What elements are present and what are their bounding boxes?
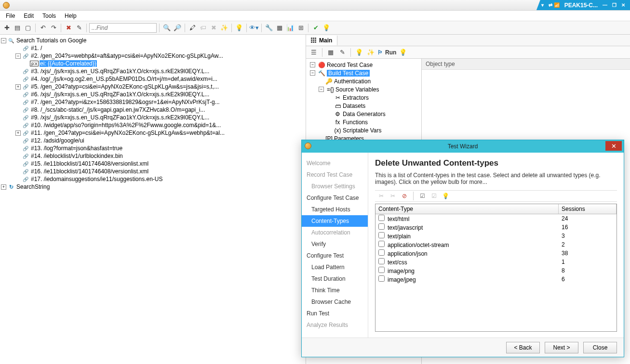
scissors-icon[interactable]: ✂ [389,193,397,199]
tree-item[interactable]: Functions [343,119,368,126]
close-button[interactable]: Close [583,342,617,353]
tree-item[interactable]: Scriptable Vars [343,127,381,134]
tree-item[interactable]: #4. /og/_/js/k=og.og2.en_US.p5bAEMP01Ds.… [30,76,218,82]
tree-item[interactable]: #14. /ieblocklist/v1/urlblockindex.bin [30,153,123,159]
tree-item[interactable]: #6. /xjs/_/js/k=xjs.s.en_US.qRrqZFao1kY.… [30,91,210,98]
zoom-in-icon[interactable]: 🔍 [162,23,172,33]
redo-icon[interactable]: ↷ [49,23,58,33]
wizard-nav-item[interactable]: Run Test [302,308,368,319]
menu-edit[interactable]: Edit [20,11,38,21]
tree-item[interactable]: #7. /gen_204?atyp=i&zx=1586338819829&ogs… [30,99,220,105]
tree-item[interactable]: #15. /ie11blocklist/1401746408/versionli… [30,160,149,167]
table-row[interactable]: text/css1 [375,258,617,266]
row-checkbox[interactable] [378,258,385,264]
bulb2-icon[interactable]: 💡 [322,23,331,33]
tree-item[interactable]: Authentication [334,78,371,85]
edit-icon[interactable]: ✎ [74,23,84,33]
tree-item[interactable]: #8. /_/scs/abc-static/_/js/k=gapi.gapi.e… [30,106,206,113]
system-tab[interactable]: ▾ ⇄ 📶 PEAK15-C... — ❐ ✕ [536,0,630,10]
close-icon[interactable]: ✕ [621,2,625,8]
expander[interactable]: − [310,70,315,76]
menu-help[interactable]: Help [61,11,80,21]
row-checkbox[interactable] [378,241,385,247]
table-row[interactable]: text/plain3 [375,232,617,240]
tab-main[interactable]: Main [306,36,337,45]
no-entry-icon[interactable]: ⊘ [400,193,409,199]
expander[interactable]: + [1,184,6,190]
wand-icon[interactable]: ✨ [219,23,229,33]
menu-file[interactable]: File [2,11,19,21]
bulb-icon[interactable]: 💡 [234,23,244,33]
row-checkbox[interactable] [378,215,385,221]
wizard-nav-item[interactable]: Verify [302,238,368,250]
table-row[interactable]: text/javascript16 [375,223,617,232]
wizard-nav-item[interactable]: Test Duration [302,273,368,285]
wizard-nav-item[interactable]: Browser Cache [302,296,368,308]
wizard-nav-item[interactable]: Content-Types [302,215,368,227]
col-sessions[interactable]: Sessions [559,204,617,214]
table-row[interactable]: image/png8 [375,266,617,275]
tree-item[interactable]: #11. /gen_204?atyp=csi&ei=ApyNXo2EKonc-g… [30,130,225,136]
next-button[interactable]: Next > [545,342,578,353]
expander[interactable]: − [15,53,21,59]
table-icon[interactable]: ⊞ [296,23,306,33]
tree-item[interactable]: Data Generators [343,111,386,117]
search-input[interactable] [89,23,157,33]
tree-item[interactable]: #10. /widget/app/so?origin=https%3A%2F%2… [30,122,221,129]
check-icon[interactable]: ✔ [311,23,321,33]
tree-item[interactable]: Record Test Case [327,62,373,68]
expander[interactable]: + [15,130,21,136]
edit-icon[interactable]: ✎ [337,48,347,57]
bulb-icon[interactable]: 💡 [441,193,450,199]
wizard-nav-item[interactable]: Targeted Hosts [302,204,368,215]
mark-icon[interactable]: ✖ [209,23,218,33]
maximize-icon[interactable]: ❐ [612,2,617,8]
row-checkbox[interactable] [378,275,385,282]
tree-item[interactable]: Source Variables [335,86,379,93]
tree-item[interactable]: Build Test Case [327,70,370,77]
check-all-icon[interactable]: ☑ [418,193,427,199]
table-row[interactable]: application/octet-stream2 [375,240,617,249]
tree-item[interactable]: #13. /log?format=json&hasfast=true [30,145,123,152]
highlight-icon[interactable]: 🖍 [188,23,197,33]
eye-icon[interactable]: 👁▾ [249,23,259,33]
wand-icon[interactable]: ✨ [366,48,375,57]
row-checkbox[interactable] [378,267,385,273]
row-checkbox[interactable] [378,232,385,238]
folder-icon[interactable]: ▤ [13,23,22,33]
expander[interactable]: + [15,84,21,90]
tree-item[interactable]: Extractors [343,94,369,101]
wizard-nav-item[interactable]: Autocorrelation [302,227,368,238]
tree-item[interactable]: #2. /gen_204?s=webhp&t=aft&atyp=csi&ei=A… [30,52,224,59]
wizard-nav-item[interactable]: Browser Settings [302,181,368,192]
run-button[interactable]: 🏳 Run [377,49,396,56]
uncheck-all-icon[interactable]: ☑ [429,193,438,199]
col-content-type[interactable]: Content-Type [375,204,559,214]
undo-icon[interactable]: ↶ [38,23,48,33]
row-checkbox[interactable] [378,223,385,230]
dialog-close-button[interactable]: ✕ [605,141,622,151]
wizard-nav-item[interactable]: Analyze Results [302,319,368,331]
back-button[interactable]: < Back [506,342,540,353]
zoom-out-icon[interactable]: 🔎 [173,23,182,33]
tree-item[interactable]: #5. /gen_204?atyp=csi&ei=ApyNXo2EKonc-gS… [30,83,219,90]
grid-icon[interactable]: ▦ [275,23,284,33]
cut-icon[interactable]: ✖ [64,23,73,33]
cut-icon[interactable]: ✂ [377,193,386,199]
tree-item[interactable]: SearchString [16,183,50,190]
table-row[interactable]: application/json38 [375,249,617,258]
wizard-nav-item[interactable]: Record Test Case [302,169,368,181]
tools-icon[interactable]: 🔧 [264,23,274,33]
tag-icon[interactable]: 🏷 [198,23,208,33]
wizard-nav-item[interactable]: Configure Test [302,250,368,261]
expander[interactable]: − [319,87,324,92]
new-doc-icon[interactable]: ▢ [23,23,33,33]
tree-item[interactable]: #12. /adsid/google/ui [30,137,85,144]
minimize-icon[interactable]: — [603,2,607,8]
row-checkbox[interactable] [378,249,385,256]
dialog-titlebar[interactable]: Test Wizard ✕ [302,140,624,153]
add-icon[interactable]: ✚ [2,23,12,33]
tree-item[interactable]: #16. /ie11blocklist/1401746408/versionli… [30,168,149,175]
wizard-nav-item[interactable]: Configure Test Case [302,192,368,204]
tree-item[interactable]: ei: {{Auto-Correlated}} [40,60,97,67]
